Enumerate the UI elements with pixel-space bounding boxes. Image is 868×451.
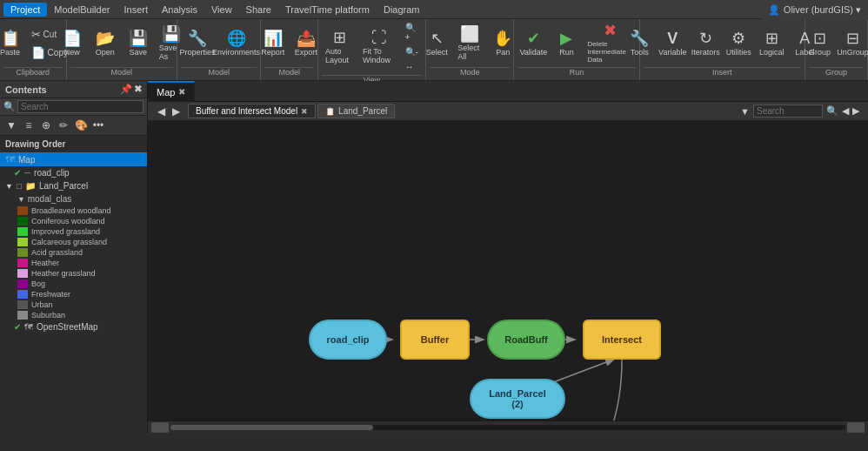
save-button[interactable]: 💾Save (123, 29, 154, 58)
paste-icon: 📋 (1, 30, 20, 46)
list-icon[interactable]: ≡ (21, 118, 37, 133)
validate-button[interactable]: ✔Validate (517, 29, 549, 58)
tools-button[interactable]: 🔧Tools (624, 29, 655, 58)
iterators-label: Iterators (691, 48, 720, 57)
layer-road-clip[interactable]: ✔ ─ road_clip (0, 166, 147, 179)
select-button[interactable]: ↖Select (421, 29, 452, 58)
more-icon[interactable]: ••• (90, 118, 106, 133)
diagram-search-icon[interactable]: 🔍 (826, 105, 838, 117)
sidebar-title: Contents (5, 84, 47, 95)
export-button[interactable]: 📤Export (290, 29, 322, 58)
user-area[interactable]: 👤 Oliver (burdGIS) ▾ (761, 0, 868, 19)
scroll-left[interactable] (151, 422, 169, 433)
insert-group-label: Insert (644, 67, 801, 78)
iterators-button[interactable]: ↻Iterators (690, 29, 721, 58)
properties-button[interactable]: 🔧Properties (181, 29, 214, 58)
menu-insert[interactable]: Insert (117, 3, 155, 17)
sidebar-header-left: Contents (5, 84, 47, 95)
tab-map-close[interactable]: ✖ (178, 87, 185, 97)
tools-label: Tools (631, 48, 649, 57)
sidebar-close-icon[interactable]: ✖ (134, 84, 142, 95)
search-input[interactable] (17, 100, 144, 113)
heather-grassland-label: Heather grassland (31, 269, 96, 278)
fit-to-window-label: Fit To Window (363, 47, 397, 64)
tab-map[interactable]: Map ✖ (148, 81, 195, 102)
model-tab-buffer-close[interactable]: ✖ (301, 107, 308, 116)
broadleaved-color (17, 206, 28, 215)
diagram-nav-right[interactable]: ▶ (852, 105, 859, 117)
run-group-label: Run (517, 67, 635, 78)
modal-clas-expand[interactable]: ▼ (17, 195, 25, 204)
menu-modelbuilder[interactable]: ModelBuilder (47, 3, 117, 17)
pan-view-button[interactable]: ↔ (402, 60, 422, 73)
variable-button[interactable]: VVariable (657, 29, 688, 58)
zoom-in-button[interactable]: 🔍+ (402, 21, 422, 44)
model-tab-buffer-intersect[interactable]: Buffer and Intersect Model ✖ (188, 104, 316, 118)
open-button[interactable]: 📂Open (90, 29, 121, 58)
new-button[interactable]: 📄New (57, 29, 88, 58)
run-button[interactable]: ▶Run (551, 29, 582, 58)
heather-grassland-color (17, 269, 28, 278)
calcareous-color (17, 238, 28, 246)
diagram-filter-icon[interactable]: ▼ (740, 106, 750, 117)
logical-button[interactable]: ⊞Logical (756, 29, 787, 58)
utilities-icon: ⚙ (731, 30, 745, 46)
ribbon-group-run: ✔Validate ▶Run ✖Delete Intermediate Data… (514, 19, 639, 80)
land-parcel-expand[interactable]: ▼ (5, 182, 13, 191)
paint-icon[interactable]: 🎨 (73, 118, 89, 133)
environments-label: Environments (212, 48, 260, 57)
menu-share[interactable]: Share (239, 3, 278, 17)
ribbon-group-mode: ↖Select ⬜Select All ✋Pan Mode (426, 19, 515, 80)
diagram-nav-left[interactable]: ◀ (842, 105, 849, 117)
layer-openstreetmap[interactable]: ✔ 🗺 OpenStreetMap (0, 320, 147, 333)
node-intersect[interactable]: Intersect (583, 320, 661, 360)
auto-layout-button[interactable]: ⊞Auto Layout (322, 28, 357, 66)
edit-icon[interactable]: ✏ (56, 118, 71, 133)
suburban-color (17, 311, 28, 320)
validate-label: Validate (520, 48, 548, 57)
openstreetmap-label: OpenStreetMap (37, 322, 98, 332)
zoom-out-button[interactable]: 🔍- (402, 45, 422, 58)
sidebar-pin-icon[interactable]: 📌 (120, 84, 132, 95)
scroll-thumb[interactable] (170, 425, 373, 430)
scroll-right[interactable] (847, 422, 865, 433)
menu-view[interactable]: View (204, 3, 239, 17)
variable-icon: V (667, 30, 678, 46)
filter-icon[interactable]: ▼ (3, 118, 19, 133)
heather-label: Heather (31, 259, 59, 267)
diagram-search-input[interactable] (753, 104, 823, 118)
utilities-button[interactable]: ⚙Utilities (723, 29, 754, 58)
fit-to-window-button[interactable]: ⛶Fit To Window (359, 28, 400, 66)
node-buffer[interactable]: Buffer (400, 320, 470, 360)
select-all-label: Select All (457, 44, 482, 61)
report-group-label: Model (264, 67, 314, 78)
forward-button[interactable]: ▶ (170, 105, 183, 118)
menu-diagram[interactable]: Diagram (377, 3, 427, 17)
node-roadbuff[interactable]: RoadBuff (487, 320, 565, 360)
node-land-parcel2[interactable]: Land_Parcel (2) (470, 379, 565, 419)
back-button[interactable]: ◀ (155, 105, 168, 118)
report-button[interactable]: 📊Report (257, 29, 289, 58)
menu-analysis[interactable]: Analysis (155, 3, 204, 17)
ribbon-group-view: ⊞Auto Layout ⛶Fit To Window 🔍+ 🔍- ↔ View (318, 19, 426, 80)
ungroup-button[interactable]: ⊟UnGroup (837, 29, 868, 58)
layer-land-parcel[interactable]: ▼ □ 📁 Land_Parcel (0, 179, 147, 192)
model-tab-land-parcel[interactable]: 📋 Land_Parcel (317, 104, 395, 118)
menu-traveltime[interactable]: TravelTime platform (278, 3, 377, 17)
paste-label: Paste (0, 48, 20, 57)
road-clip-label: road_clip (34, 168, 70, 178)
auto-layout-icon: ⊞ (333, 30, 346, 45)
group-button[interactable]: ⊡Group (804, 29, 835, 58)
land-parcel-icon: 📁 (25, 181, 36, 191)
report-icon: 📊 (264, 30, 283, 46)
iterators-icon: ↻ (699, 30, 712, 46)
environments-button[interactable]: 🌐Environments (216, 29, 257, 58)
select-all-button[interactable]: ⬜Select All (454, 24, 485, 63)
node-road-clip[interactable]: road_clip (309, 320, 387, 360)
horizontal-scrollbar[interactable] (148, 421, 868, 433)
menu-project[interactable]: Project (3, 3, 47, 17)
paste-button[interactable]: 📋 Paste (0, 29, 26, 58)
layer-map[interactable]: 🗺 Map (0, 152, 147, 166)
zoom-icon[interactable]: ⊕ (38, 118, 54, 133)
diagram-canvas[interactable]: road_clip Buffer RoadBuff Intersect Land… (148, 121, 868, 433)
